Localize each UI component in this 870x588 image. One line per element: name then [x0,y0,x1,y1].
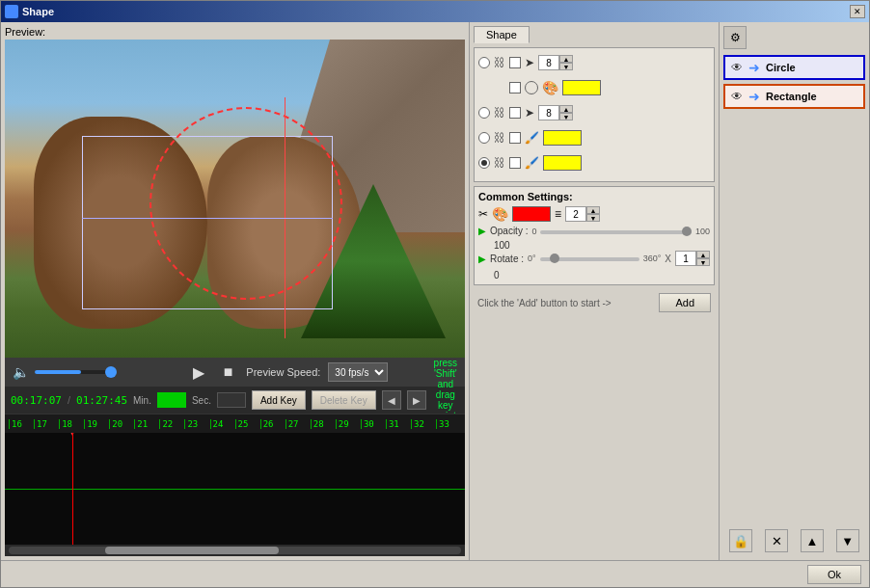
window-title: Shape [22,6,54,17]
check-2[interactable] [509,82,521,94]
close-button[interactable]: ✕ [850,5,865,18]
move-down-button[interactable]: ▼ [836,529,859,552]
line-width-input[interactable] [565,206,586,222]
tick-16: 16 [9,419,34,429]
ok-button[interactable]: Ok [807,565,861,584]
stop-button[interactable]: ■ [218,361,239,383]
rotate-multiplier-input[interactable] [675,251,696,266]
arrow-icon-3: ➤ [525,106,534,120]
add-button[interactable]: Add [659,293,711,312]
spin-up-1[interactable]: ▲ [559,55,573,63]
spin-up-3[interactable]: ▲ [559,105,573,113]
rotate-spin-up[interactable]: ▲ [696,251,710,258]
line-color-swatch[interactable] [512,206,551,222]
check-3[interactable] [509,107,521,119]
line-settings-row: ✂ 🎨 ≡ ▲ ▼ [478,206,710,222]
radio-1[interactable] [478,57,490,68]
paint-icon-5: 🖌️ [525,156,539,170]
delete-key-button[interactable]: Delete Key [312,390,376,410]
left-panel: Preview: 🔈 [1,22,469,560]
radio-4[interactable] [478,132,490,144]
timeline-track[interactable] [5,433,465,545]
rotate-expand[interactable]: ▶ [478,254,486,264]
line-spin-down[interactable]: ▼ [586,214,600,222]
spin-down-3[interactable]: ▼ [559,113,573,120]
delete-shape-button[interactable]: ✕ [765,529,788,552]
opacity-thumb [682,227,692,236]
opacity-max: 100 [695,227,710,236]
link-icon-3: ⛓ [494,106,505,120]
paint-icon-4: 🖌️ [525,131,539,145]
title-bar: Shape ✕ [1,1,869,22]
middle-panel: Shape ⛓ ➤ ▲ ▼ [469,22,720,560]
lock-button[interactable]: 🔒 [729,529,752,552]
circle-overlay [150,107,342,300]
shape-name-circle: Circle [766,62,796,73]
rotate-spin-down[interactable]: ▼ [696,258,710,266]
opacity-slider-container [540,228,691,234]
play-button[interactable]: ▶ [187,361,210,384]
speed-select[interactable]: 30 fps/s [328,362,388,382]
ruler-numbers: 16 17 18 19 20 21 22 23 24 25 26 27 28 2… [9,419,461,429]
rotate-slider-container [540,255,639,261]
opacity-value: 100 [478,240,710,251]
bottom-icon-row: 🔒 ✕ ▲ ▼ [723,525,865,556]
link-icon-4: ⛓ [494,131,505,145]
check-5[interactable] [509,157,521,169]
num-input-3[interactable] [538,105,559,120]
preview-label: Preview: [5,26,465,38]
controls-bar: 🔈 ▶ ■ Preview Speed: 30 fps/s [5,358,465,387]
scroll-track[interactable] [9,547,461,554]
color-swatch-2[interactable] [562,80,601,95]
min-input[interactable] [157,392,186,408]
add-key-button[interactable]: Add Key [252,390,306,410]
shape-tab[interactable]: Shape [474,26,530,43]
shape-arrow-rect: ➜ [748,89,760,104]
opacity-label: Opacity : [490,226,528,236]
shape-item-rectangle[interactable]: 👁 ➜ Rectangle [723,84,865,109]
eye-icon-rect: 👁 [731,90,743,103]
track-line [5,489,465,490]
colorpicker-common: 🎨 [492,206,508,222]
add-hint: Click the 'Add' button to start -> [477,298,651,308]
arrow-icon-1: ➤ [525,56,534,69]
opacity-expand[interactable]: ▶ [478,226,486,236]
tick-18: 18 [59,419,84,429]
tick-17: 17 [34,419,59,429]
spin-down-1[interactable]: ▼ [559,63,573,70]
next-key-button[interactable]: ▶ [407,390,426,410]
playhead [72,433,73,545]
tick-28: 28 [311,419,336,429]
num-input-1[interactable] [538,55,559,70]
opacity-row: ▶ Opacity : 0 100 [478,226,710,236]
rotate-slider[interactable] [540,257,639,261]
tick-24: 24 [210,419,235,429]
horizontal-scrollbar[interactable] [5,545,465,556]
circle-shape-icon [525,81,538,94]
current-time: 00:17:07 [11,394,62,407]
shape-row-2: 🎨 [478,77,710,98]
radio-3[interactable] [478,107,490,119]
tab-bar: Shape [474,26,715,43]
check-1[interactable] [509,57,521,68]
tick-33: 33 [436,419,461,429]
radio-5[interactable] [478,157,490,169]
link-icon-1: ⛓ [494,56,505,69]
rotate-max: 360° [643,254,662,263]
scroll-thumb[interactable] [105,547,279,554]
tick-30: 30 [361,419,386,429]
color-swatch-5[interactable] [543,155,582,171]
move-up-button[interactable]: ▲ [801,529,824,552]
color-swatch-4[interactable] [543,130,582,146]
panel-settings-icon[interactable]: ⚙ [723,26,747,49]
line-spin-up[interactable]: ▲ [586,206,600,214]
opacity-slider[interactable] [540,230,691,234]
timeline-controls: 00:17:07 / 01:27:45 Min. Sec. Add Key De… [5,387,465,414]
sec-input[interactable] [217,392,246,408]
volume-slider[interactable] [35,370,112,374]
shape-item-circle[interactable]: 👁 ➜ Circle [723,55,865,80]
check-4[interactable] [509,132,521,144]
tick-26: 26 [260,419,285,429]
link-icon-5: ⛓ [494,156,505,170]
prev-key-button[interactable]: ◀ [382,390,401,410]
